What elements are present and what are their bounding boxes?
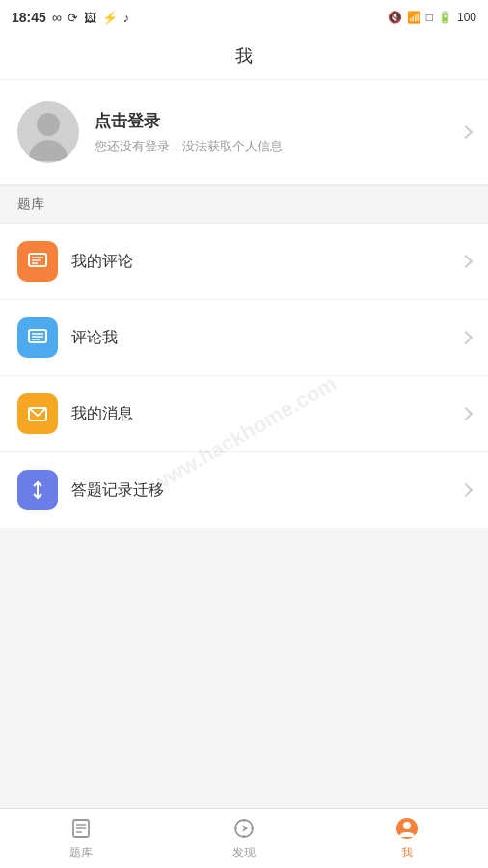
- status-bar: 18:45 ∞ ⟳ 🖼 ⚡ ♪ 🔇 📶 □ 🔋 100: [0, 0, 488, 35]
- rotate-icon: ⟳: [68, 11, 78, 25]
- menu-list: 我的评论 评论我 我的消息: [0, 224, 488, 528]
- infinity-icon: ∞: [52, 10, 62, 25]
- battery-icon: 🔋: [438, 11, 452, 24]
- my-comments-label: 我的评论: [71, 252, 447, 272]
- menu-item-my-messages[interactable]: 我的消息: [0, 376, 488, 452]
- my-messages-icon: [17, 393, 58, 434]
- nav-item-me[interactable]: 我: [325, 810, 488, 867]
- menu-item-answer-migrate[interactable]: 答题记录迁移: [0, 452, 488, 528]
- nav-item-discover[interactable]: 发现: [163, 810, 326, 867]
- nav-label-tiku: 题库: [69, 845, 93, 861]
- comment-me-chevron-icon: [459, 331, 473, 344]
- sim-icon: □: [426, 11, 433, 24]
- menu-item-my-comments[interactable]: 我的评论: [0, 224, 488, 300]
- tiku-icon: [68, 816, 94, 841]
- my-comments-icon: [17, 241, 58, 282]
- page-title: 我: [0, 35, 488, 80]
- me-icon: [394, 816, 420, 841]
- login-title: 点击登录: [95, 110, 446, 132]
- image-icon: 🖼: [84, 11, 96, 25]
- status-time: 18:45: [12, 10, 46, 25]
- avatar: [17, 101, 79, 163]
- profile-text: 点击登录 您还没有登录，没法获取个人信息: [95, 110, 446, 155]
- mute-icon: 🔇: [388, 11, 402, 24]
- svg-point-21: [403, 822, 411, 829]
- bottom-nav: 题库 发现 我: [0, 808, 488, 868]
- wifi-icon: 📶: [407, 11, 421, 24]
- my-messages-label: 我的消息: [71, 404, 447, 424]
- menu-item-comment-me[interactable]: 评论我: [0, 300, 488, 376]
- usb-icon: ⚡: [102, 11, 118, 25]
- nav-label-me: 我: [401, 845, 413, 861]
- my-messages-chevron-icon: [459, 407, 473, 420]
- nav-item-tiku[interactable]: 题库: [0, 810, 163, 867]
- answer-migrate-chevron-icon: [459, 483, 473, 497]
- profile-section[interactable]: 点击登录 您还没有登录，没法获取个人信息: [0, 80, 488, 185]
- profile-chevron-icon: [459, 125, 473, 139]
- answer-migrate-label: 答题记录迁移: [71, 480, 447, 501]
- nav-label-discover: 发现: [232, 845, 256, 861]
- svg-marker-15: [242, 825, 248, 832]
- section-label: 题库: [0, 185, 488, 224]
- comment-me-icon: [17, 317, 58, 358]
- answer-migrate-icon: [17, 470, 58, 510]
- login-subtitle: 您还没有登录，没法获取个人信息: [95, 138, 446, 155]
- discover-icon: [231, 816, 257, 841]
- battery-level: 100: [457, 11, 476, 24]
- comment-me-label: 评论我: [71, 328, 447, 348]
- my-comments-chevron-icon: [459, 255, 473, 268]
- person-icon: ♪: [123, 11, 130, 25]
